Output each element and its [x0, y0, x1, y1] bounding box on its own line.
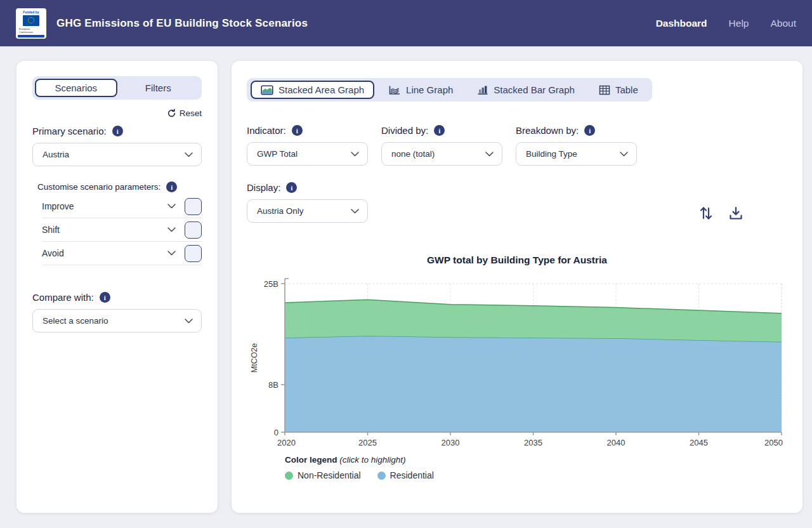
breakdown-by-select[interactable]: Building Type — [516, 142, 637, 166]
reset-icon — [167, 109, 176, 118]
color-legend: Color legend (click to highlight) Non-Re… — [285, 455, 787, 480]
indicator-select[interactable]: GWP Total — [247, 142, 368, 166]
compare-with-info-icon[interactable] — [100, 292, 110, 303]
view-tab-group: Stacked Area Graph Line Graph Stacked Ba… — [247, 78, 652, 102]
svg-text:0: 0 — [274, 428, 278, 437]
area-residential[interactable] — [285, 336, 782, 432]
logo-funded-by-text: Funded by — [23, 10, 39, 15]
line-graph-icon — [388, 85, 401, 95]
chevron-down-icon — [185, 152, 193, 157]
display-select[interactable]: Austria Only — [247, 199, 368, 223]
breakdown-by-info-icon[interactable] — [584, 125, 595, 136]
primary-scenario-label: Primary scenario: — [32, 126, 202, 136]
param-row-improve: Improve — [42, 195, 202, 218]
breakdown-by-label: Breakdown by: — [516, 125, 637, 136]
stacked-bar-icon — [477, 85, 488, 95]
eu-commission-logo: Funded by EuropeanCommission — [16, 8, 46, 39]
stacked-area-chart: 08B25B2020202520302035204020452050MtCO2e — [247, 274, 787, 446]
tab-line-graph[interactable]: Line Graph — [378, 81, 463, 99]
svg-text:2050: 2050 — [764, 438, 783, 446]
display-info-icon[interactable] — [286, 182, 297, 193]
scenario-parameter-list: Improve Shift Avoid — [42, 195, 202, 265]
tab-stacked-bar-graph[interactable]: Stacked Bar Graph — [467, 81, 585, 99]
tab-stacked-area-graph[interactable]: Stacked Area Graph — [251, 81, 374, 99]
table-icon — [599, 85, 610, 95]
dashboard-main-panel: Stacked Area Graph Line Graph Stacked Ba… — [232, 61, 802, 513]
svg-text:25B: 25B — [264, 279, 278, 289]
legend-item-non-residential[interactable]: Non-Residential — [285, 470, 361, 480]
indicator-control: Indicator: GWP Total — [247, 125, 368, 166]
nav-link-dashboard[interactable]: Dashboard — [656, 18, 707, 29]
legend-hint: (click to highlight) — [339, 455, 405, 465]
y-axis-label: MtCO2e — [250, 343, 259, 373]
tab-scenarios[interactable]: Scenarios — [35, 79, 117, 97]
chevron-down-icon[interactable] — [167, 204, 176, 209]
chevron-down-icon — [351, 209, 359, 214]
svg-text:2035: 2035 — [524, 438, 542, 446]
param-row-shift: Shift — [42, 218, 202, 242]
customise-parameters-info-icon[interactable] — [166, 182, 177, 192]
legend-dot — [285, 472, 293, 480]
top-navbar: Funded by EuropeanCommission GHG Emissio… — [0, 0, 812, 46]
shift-checkbox[interactable] — [185, 221, 202, 239]
chevron-down-icon[interactable] — [167, 251, 176, 256]
compare-with-label: Compare with: — [32, 292, 202, 303]
primary-scenario-select[interactable]: Austria — [32, 143, 202, 166]
reset-button[interactable]: Reset — [167, 109, 202, 118]
svg-text:2045: 2045 — [690, 438, 708, 446]
eu-flag-icon — [23, 15, 39, 26]
display-label: Display: — [247, 182, 368, 193]
indicator-info-icon[interactable] — [292, 125, 303, 136]
svg-text:2025: 2025 — [358, 438, 377, 446]
avoid-checkbox[interactable] — [185, 245, 202, 262]
stacked-area-icon — [261, 85, 273, 95]
download-icon[interactable] — [728, 205, 744, 221]
primary-scenario-info-icon[interactable] — [112, 126, 123, 136]
legend-title: Color legend — [285, 455, 337, 465]
sort-order-icon[interactable] — [697, 205, 715, 221]
svg-text:2030: 2030 — [442, 438, 460, 446]
nav-link-help[interactable]: Help — [729, 18, 749, 29]
sidebar-tab-group: Scenarios Filters — [32, 76, 202, 100]
param-row-avoid: Avoid — [42, 242, 202, 265]
indicator-label: Indicator: — [247, 125, 368, 136]
chevron-down-icon — [351, 152, 359, 157]
chevron-down-icon — [620, 152, 628, 157]
customise-parameters-label: Customise scenario parameters: — [37, 182, 202, 192]
chevron-down-icon — [185, 319, 193, 324]
scenario-sidebar: Scenarios Filters Reset Primary scenario… — [16, 61, 218, 513]
nav-links: Dashboard Help About — [656, 18, 796, 29]
nav-link-about[interactable]: About — [770, 18, 796, 29]
divided-by-label: Divided by: — [381, 125, 502, 136]
chevron-down-icon — [485, 152, 494, 157]
svg-text:2020: 2020 — [277, 438, 296, 446]
tab-table[interactable]: Table — [589, 81, 648, 99]
divided-by-control: Divided by: none (total) — [381, 125, 502, 166]
chevron-down-icon[interactable] — [167, 227, 176, 232]
chart-title: GWP total by Building Type for Austria — [247, 254, 787, 266]
improve-checkbox[interactable] — [185, 198, 202, 215]
app-title: GHG Emissions of EU Building Stock Scena… — [56, 17, 308, 30]
legend-item-residential[interactable]: Residential — [377, 470, 434, 480]
compare-scenario-select[interactable]: Select a scenario — [32, 309, 202, 333]
svg-text:2040: 2040 — [607, 438, 625, 446]
breakdown-by-control: Breakdown by: Building Type — [516, 125, 637, 166]
divided-by-info-icon[interactable] — [434, 125, 445, 136]
tab-filters[interactable]: Filters — [117, 79, 200, 97]
display-control: Display: Austria Only — [247, 182, 368, 223]
legend-dot — [377, 472, 386, 480]
svg-text:8B: 8B — [268, 380, 278, 390]
divided-by-select[interactable]: none (total) — [381, 142, 502, 166]
